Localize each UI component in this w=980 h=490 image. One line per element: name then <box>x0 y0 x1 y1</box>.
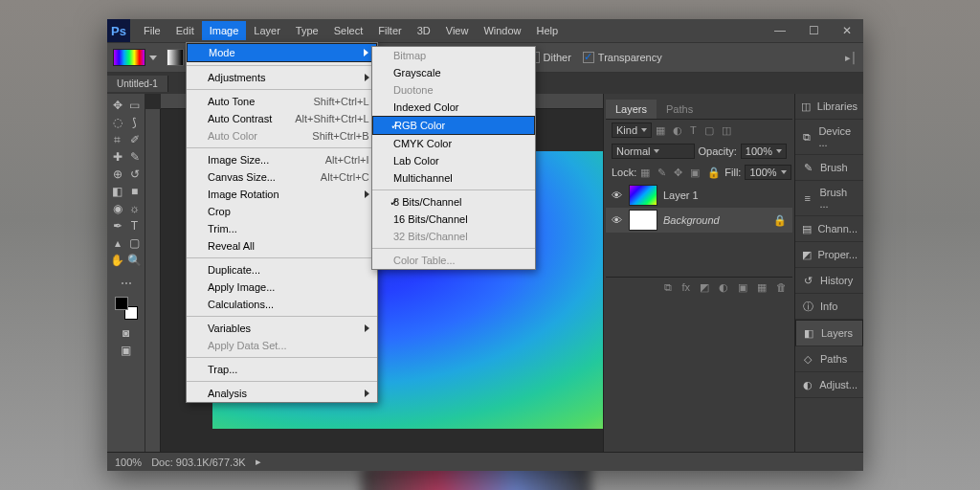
panel-device-[interactable]: ⧉Device ... <box>795 120 863 155</box>
layer-opacity-select[interactable]: 100% <box>741 144 787 159</box>
menu-help[interactable]: Help <box>529 21 567 40</box>
layer-name[interactable]: Layer 1 <box>663 189 699 201</box>
panel-libraries[interactable]: ◫Libraries <box>795 94 863 120</box>
gradient-tool[interactable]: ■ <box>127 184 143 199</box>
menu-image[interactable]: Image <box>202 21 247 40</box>
zoom-tool[interactable]: 🔍 <box>127 253 143 268</box>
image-menu-calculations-[interactable]: Calculations... <box>187 296 377 313</box>
shape-tool[interactable]: ▢ <box>127 235 143 251</box>
status-arrow-icon[interactable]: ▸ <box>256 456 261 468</box>
brush-tool[interactable]: ✎ <box>127 149 143 165</box>
close-button[interactable]: ✕ <box>831 20 863 41</box>
panel-brush-[interactable]: ≡Brush ... <box>795 181 863 216</box>
image-menu-trim-[interactable]: Trim... <box>187 220 377 237</box>
edit-toolbar-button[interactable]: ⋯ <box>119 276 134 291</box>
hand-tool[interactable]: ✋ <box>110 253 125 268</box>
doc-size[interactable]: Doc: 903.1K/677.3K <box>151 457 245 468</box>
lock-nest-icon[interactable]: ▣ <box>690 167 700 179</box>
panel-chann-[interactable]: ▤Chann... <box>795 216 863 242</box>
image-menu-image-rotation[interactable]: Image Rotation <box>187 186 377 203</box>
menu-window[interactable]: Window <box>476 21 528 40</box>
crop-tool[interactable]: ⌗ <box>110 132 125 147</box>
image-menu-duplicate-[interactable]: Duplicate... <box>187 261 377 278</box>
panel-adjust-[interactable]: ◐Adjust... <box>795 372 863 398</box>
layer-fx-icon[interactable]: fx <box>681 281 690 294</box>
image-menu-analysis[interactable]: Analysis <box>187 385 377 402</box>
lasso-tool[interactable]: ⟆ <box>127 115 143 130</box>
paths-tab[interactable]: Paths <box>657 100 702 119</box>
lock-icon[interactable]: 🔒 <box>707 167 721 179</box>
panel-brush[interactable]: ✎Brush <box>795 155 863 181</box>
image-menu-apply-image-[interactable]: Apply Image... <box>187 278 377 296</box>
stamp-tool[interactable]: ⊕ <box>110 167 125 182</box>
layer-name[interactable]: Background <box>663 214 720 226</box>
mode-menu--bits-channel[interactable]: ✓8 Bits/Channel <box>372 193 535 211</box>
image-menu-image-size-[interactable]: Image Size...Alt+Ctrl+I <box>187 151 377 168</box>
panel-info[interactable]: ⓘInfo <box>795 294 863 320</box>
eraser-tool[interactable]: ◧ <box>110 184 125 199</box>
mode-menu-multichannel[interactable]: Multichannel <box>372 169 535 187</box>
gradient-picker-dropdown[interactable] <box>149 56 157 60</box>
menu-edit[interactable]: Edit <box>168 21 202 40</box>
filter-shape-icon[interactable]: ▢ <box>704 124 714 137</box>
image-menu-adjustments[interactable]: Adjustments <box>187 69 377 86</box>
filter-type-icon[interactable]: T <box>690 124 697 137</box>
menu-type[interactable]: Type <box>288 21 326 40</box>
menu-layer[interactable]: Layer <box>246 21 288 40</box>
image-menu-auto-tone[interactable]: Auto ToneShift+Ctrl+L <box>187 93 377 110</box>
move-tool[interactable]: ✥ <box>110 98 125 113</box>
artboard-tool[interactable]: ▭ <box>127 98 143 113</box>
image-menu-trap-[interactable]: Trap... <box>187 361 377 378</box>
layer-filter-kind[interactable]: Kind <box>612 122 652 138</box>
type-tool[interactable]: T <box>127 218 143 234</box>
menu-file[interactable]: File <box>136 21 168 40</box>
filter-smart-icon[interactable]: ◫ <box>722 124 731 137</box>
filter-pixel-icon[interactable]: ▦ <box>656 124 665 137</box>
maximize-button[interactable]: ☐ <box>797 20 831 41</box>
menu-3d[interactable]: 3D <box>410 21 438 40</box>
blur-tool[interactable]: ◉ <box>110 201 125 216</box>
panel-history[interactable]: ↺History <box>795 268 863 294</box>
eyedropper-tool[interactable]: ✐ <box>127 132 143 147</box>
menu-select[interactable]: Select <box>326 21 371 40</box>
menu-filter[interactable]: Filter <box>370 21 409 40</box>
dodge-tool[interactable]: ☼ <box>127 201 143 216</box>
image-menu-crop[interactable]: Crop <box>187 203 377 220</box>
image-menu-reveal-all[interactable]: Reveal All <box>187 237 377 255</box>
mode-menu-lab-color[interactable]: Lab Color <box>372 152 535 169</box>
marquee-tool[interactable]: ◌ <box>110 115 125 130</box>
ruler-vertical[interactable] <box>145 109 161 452</box>
minimize-button[interactable]: — <box>763 20 797 41</box>
image-menu-canvas-size-[interactable]: Canvas Size...Alt+Ctrl+C <box>187 168 377 186</box>
foreground-background-colors[interactable] <box>115 297 138 320</box>
history-brush-tool[interactable]: ↺ <box>127 167 143 182</box>
lock-all-icon[interactable]: ▦ <box>640 167 650 179</box>
mode-menu-grayscale[interactable]: Grayscale <box>372 64 535 81</box>
healing-tool[interactable]: ✚ <box>110 149 125 165</box>
visibility-icon[interactable]: 👁 <box>612 214 623 226</box>
mode-menu-rgb-color[interactable]: ✓RGB Color <box>372 116 535 135</box>
expand-workspace-button[interactable]: ▸│ <box>845 52 858 64</box>
lock-position-icon[interactable]: ✎ <box>657 167 666 179</box>
menu-view[interactable]: View <box>438 21 477 40</box>
mode-menu-indexed-color[interactable]: Indexed Color <box>372 99 535 116</box>
mode-menu--bits-channel[interactable]: 16 Bits/Channel <box>372 211 535 228</box>
visibility-icon[interactable]: 👁 <box>612 189 623 201</box>
transparency-checkbox[interactable] <box>583 52 594 63</box>
gradient-swatch[interactable] <box>113 49 145 66</box>
zoom-level[interactable]: 100% <box>115 457 142 468</box>
image-menu-auto-contrast[interactable]: Auto ContrastAlt+Shift+Ctrl+L <box>187 110 377 127</box>
mode-menu-cmyk-color[interactable]: CMYK Color <box>372 135 535 152</box>
blend-mode-select[interactable]: Normal <box>612 144 695 159</box>
panel-paths[interactable]: ◇Paths <box>795 346 863 372</box>
layer-group-icon[interactable]: ▣ <box>738 281 747 294</box>
link-layers-icon[interactable]: ⧉ <box>664 281 672 294</box>
fill-select[interactable]: 100% <box>745 165 791 180</box>
screenmode-button[interactable]: ▣ <box>119 343 134 358</box>
gradient-linear-button[interactable] <box>167 49 184 66</box>
image-menu-variables[interactable]: Variables <box>187 320 377 337</box>
image-menu-mode[interactable]: Mode <box>187 43 377 62</box>
delete-layer-icon[interactable]: 🗑 <box>776 281 787 294</box>
layer-mask-icon[interactable]: ◩ <box>700 281 709 294</box>
path-select-tool[interactable]: ▴ <box>110 235 125 251</box>
